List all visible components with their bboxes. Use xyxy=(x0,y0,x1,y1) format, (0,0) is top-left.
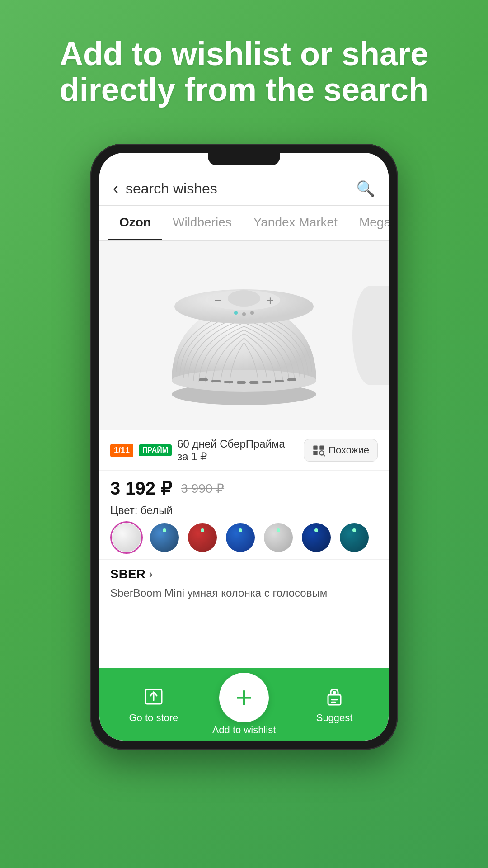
promo-text: 60 дней СберПрайма за 1 ₽ xyxy=(177,438,298,463)
svg-rect-26 xyxy=(333,691,336,694)
second-product-peek xyxy=(352,286,389,385)
price-current: 3 192 ₽ xyxy=(110,478,172,499)
swatch-dark-blue[interactable] xyxy=(300,521,333,554)
phone-mockup: ‹ search wishes 🔍 Ozon Wildberies Yandex… xyxy=(90,144,398,750)
add-to-wishlist-section: + Add to wishlist xyxy=(212,673,276,736)
add-to-wishlist-button[interactable]: + xyxy=(219,673,269,722)
add-icon: + xyxy=(235,681,252,714)
search-input-area: search wishes 🔍 xyxy=(126,179,375,198)
svg-rect-10 xyxy=(199,378,208,381)
swatch-blue[interactable] xyxy=(224,521,257,554)
svg-point-21 xyxy=(320,451,324,455)
price-row: 3 192 ₽ 3 990 ₽ xyxy=(99,471,389,502)
svg-rect-16 xyxy=(275,380,284,382)
color-row: Цвет: белый xyxy=(99,502,389,559)
svg-rect-13 xyxy=(237,381,246,384)
tab-mega[interactable]: Mega xyxy=(348,206,389,240)
tabs-row: Ozon Wildberies Yandex Market Mega xyxy=(99,206,389,241)
similar-label: Похожие xyxy=(328,444,369,456)
swatch-teal[interactable] xyxy=(338,521,371,554)
swatch-gray[interactable] xyxy=(262,521,295,554)
svg-rect-19 xyxy=(320,446,324,450)
search-bar: ‹ search wishes 🔍 xyxy=(99,166,389,206)
banner-row: 1/11 ПРАЙМ 60 дней СберПрайма за 1 ₽ Пох… xyxy=(99,430,389,471)
bottom-navigation: Go to store + Add to wishlist Suggest xyxy=(99,668,389,741)
svg-rect-15 xyxy=(262,381,271,383)
svg-line-22 xyxy=(324,455,325,457)
store-icon xyxy=(142,685,165,708)
promo-badge-counter: 1/11 xyxy=(110,444,133,457)
brand-arrow-icon: › xyxy=(149,568,153,580)
page-title: Add to wishlist or share directly from t… xyxy=(0,36,488,108)
suggest-button[interactable]: Suggest xyxy=(303,685,366,724)
svg-rect-18 xyxy=(314,446,318,450)
product-area: − + xyxy=(99,241,389,668)
swatch-white[interactable] xyxy=(110,521,143,554)
price-old: 3 990 ₽ xyxy=(181,481,224,496)
phone-screen: ‹ search wishes 🔍 Ozon Wildberies Yandex… xyxy=(99,153,389,741)
similar-icon xyxy=(312,444,325,457)
color-swatches xyxy=(110,521,378,554)
go-to-store-button[interactable]: Go to store xyxy=(122,685,185,724)
svg-point-8 xyxy=(242,312,246,316)
tab-ozon[interactable]: Ozon xyxy=(108,206,162,240)
back-button[interactable]: ‹ xyxy=(113,179,118,198)
brand-name[interactable]: SBER › xyxy=(110,567,378,581)
svg-point-4 xyxy=(228,290,260,307)
search-query-text: search wishes xyxy=(126,180,217,197)
add-label: Add to wishlist xyxy=(212,724,276,736)
swatch-blue-green[interactable] xyxy=(148,521,181,554)
svg-text:−: − xyxy=(214,293,221,307)
promo-badge-prime: ПРАЙМ xyxy=(139,444,172,456)
svg-rect-17 xyxy=(287,378,296,381)
swatch-red[interactable] xyxy=(186,521,219,554)
search-icon[interactable]: 🔍 xyxy=(356,179,375,198)
svg-point-9 xyxy=(250,311,254,315)
svg-rect-14 xyxy=(249,381,258,384)
tab-yandex-market[interactable]: Yandex Market xyxy=(243,206,348,240)
brand-row: SBER › xyxy=(99,559,389,585)
color-label: Цвет: белый xyxy=(110,504,378,517)
svg-rect-11 xyxy=(211,380,221,382)
product-image-container: − + xyxy=(99,241,389,430)
tab-wildberies[interactable]: Wildberies xyxy=(162,206,243,240)
svg-point-7 xyxy=(234,311,238,315)
suggest-icon xyxy=(323,685,346,708)
phone-notch xyxy=(208,153,280,165)
svg-rect-20 xyxy=(314,451,318,455)
similar-button[interactable]: Похожие xyxy=(304,439,378,462)
svg-rect-12 xyxy=(224,381,233,383)
product-image: − + xyxy=(163,259,325,412)
suggest-label: Suggest xyxy=(316,712,353,724)
store-label: Go to store xyxy=(129,712,178,724)
product-description: SberBoom Mini умная колонка с голосовым xyxy=(99,585,389,607)
svg-text:+: + xyxy=(267,293,274,307)
